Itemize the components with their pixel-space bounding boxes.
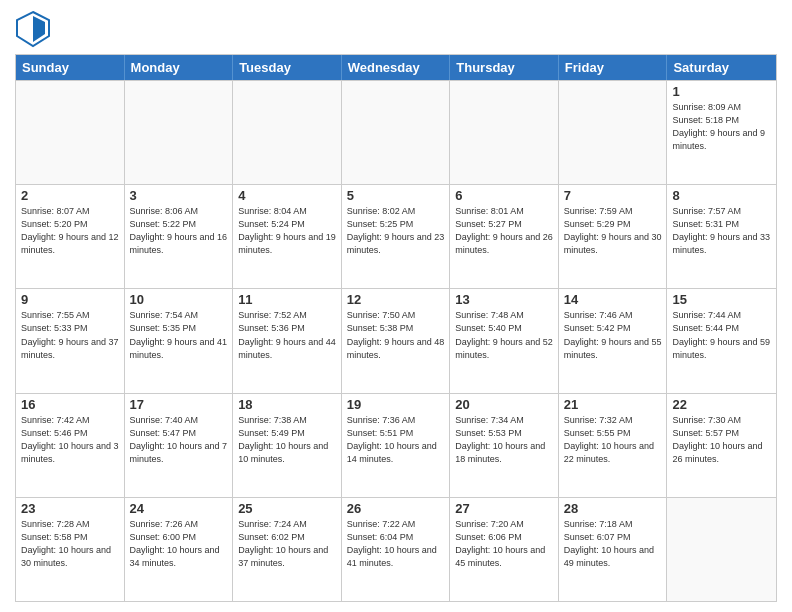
- calendar-cell: 23Sunrise: 7:28 AM Sunset: 5:58 PM Dayli…: [16, 498, 125, 601]
- calendar-week-0: 1Sunrise: 8:09 AM Sunset: 5:18 PM Daylig…: [16, 80, 776, 184]
- day-number: 13: [455, 292, 553, 307]
- calendar-cell: [233, 81, 342, 184]
- cell-info: Sunrise: 7:59 AM Sunset: 5:29 PM Dayligh…: [564, 205, 662, 257]
- calendar-cell: 1Sunrise: 8:09 AM Sunset: 5:18 PM Daylig…: [667, 81, 776, 184]
- calendar-week-4: 23Sunrise: 7:28 AM Sunset: 5:58 PM Dayli…: [16, 497, 776, 601]
- calendar-header-friday: Friday: [559, 55, 668, 80]
- day-number: 26: [347, 501, 445, 516]
- cell-info: Sunrise: 7:57 AM Sunset: 5:31 PM Dayligh…: [672, 205, 771, 257]
- day-number: 10: [130, 292, 228, 307]
- day-number: 28: [564, 501, 662, 516]
- day-number: 22: [672, 397, 771, 412]
- calendar-week-3: 16Sunrise: 7:42 AM Sunset: 5:46 PM Dayli…: [16, 393, 776, 497]
- cell-info: Sunrise: 8:06 AM Sunset: 5:22 PM Dayligh…: [130, 205, 228, 257]
- calendar-body: 1Sunrise: 8:09 AM Sunset: 5:18 PM Daylig…: [16, 80, 776, 601]
- calendar-cell: [125, 81, 234, 184]
- calendar: SundayMondayTuesdayWednesdayThursdayFrid…: [15, 54, 777, 602]
- calendar-cell: 2Sunrise: 8:07 AM Sunset: 5:20 PM Daylig…: [16, 185, 125, 288]
- calendar-cell: 24Sunrise: 7:26 AM Sunset: 6:00 PM Dayli…: [125, 498, 234, 601]
- calendar-cell: 4Sunrise: 8:04 AM Sunset: 5:24 PM Daylig…: [233, 185, 342, 288]
- day-number: 14: [564, 292, 662, 307]
- cell-info: Sunrise: 8:07 AM Sunset: 5:20 PM Dayligh…: [21, 205, 119, 257]
- day-number: 15: [672, 292, 771, 307]
- calendar-cell: 10Sunrise: 7:54 AM Sunset: 5:35 PM Dayli…: [125, 289, 234, 392]
- cell-info: Sunrise: 7:28 AM Sunset: 5:58 PM Dayligh…: [21, 518, 119, 570]
- calendar-header-wednesday: Wednesday: [342, 55, 451, 80]
- day-number: 24: [130, 501, 228, 516]
- cell-info: Sunrise: 7:44 AM Sunset: 5:44 PM Dayligh…: [672, 309, 771, 361]
- cell-info: Sunrise: 7:52 AM Sunset: 5:36 PM Dayligh…: [238, 309, 336, 361]
- day-number: 20: [455, 397, 553, 412]
- cell-info: Sunrise: 7:22 AM Sunset: 6:04 PM Dayligh…: [347, 518, 445, 570]
- logo-icon: [15, 10, 51, 48]
- day-number: 27: [455, 501, 553, 516]
- cell-info: Sunrise: 7:48 AM Sunset: 5:40 PM Dayligh…: [455, 309, 553, 361]
- calendar-cell: 16Sunrise: 7:42 AM Sunset: 5:46 PM Dayli…: [16, 394, 125, 497]
- calendar-cell: [342, 81, 451, 184]
- calendar-header-sunday: Sunday: [16, 55, 125, 80]
- calendar-cell: 25Sunrise: 7:24 AM Sunset: 6:02 PM Dayli…: [233, 498, 342, 601]
- cell-info: Sunrise: 7:24 AM Sunset: 6:02 PM Dayligh…: [238, 518, 336, 570]
- cell-info: Sunrise: 7:55 AM Sunset: 5:33 PM Dayligh…: [21, 309, 119, 361]
- calendar-header: SundayMondayTuesdayWednesdayThursdayFrid…: [16, 55, 776, 80]
- day-number: 2: [21, 188, 119, 203]
- page: SundayMondayTuesdayWednesdayThursdayFrid…: [0, 0, 792, 612]
- cell-info: Sunrise: 7:38 AM Sunset: 5:49 PM Dayligh…: [238, 414, 336, 466]
- svg-marker-1: [33, 16, 45, 42]
- cell-info: Sunrise: 8:09 AM Sunset: 5:18 PM Dayligh…: [672, 101, 771, 153]
- cell-info: Sunrise: 7:40 AM Sunset: 5:47 PM Dayligh…: [130, 414, 228, 466]
- day-number: 9: [21, 292, 119, 307]
- calendar-cell: 3Sunrise: 8:06 AM Sunset: 5:22 PM Daylig…: [125, 185, 234, 288]
- cell-info: Sunrise: 7:32 AM Sunset: 5:55 PM Dayligh…: [564, 414, 662, 466]
- day-number: 8: [672, 188, 771, 203]
- day-number: 17: [130, 397, 228, 412]
- calendar-cell: 27Sunrise: 7:20 AM Sunset: 6:06 PM Dayli…: [450, 498, 559, 601]
- calendar-cell: 17Sunrise: 7:40 AM Sunset: 5:47 PM Dayli…: [125, 394, 234, 497]
- calendar-cell: 26Sunrise: 7:22 AM Sunset: 6:04 PM Dayli…: [342, 498, 451, 601]
- day-number: 21: [564, 397, 662, 412]
- day-number: 7: [564, 188, 662, 203]
- day-number: 4: [238, 188, 336, 203]
- cell-info: Sunrise: 7:50 AM Sunset: 5:38 PM Dayligh…: [347, 309, 445, 361]
- calendar-week-1: 2Sunrise: 8:07 AM Sunset: 5:20 PM Daylig…: [16, 184, 776, 288]
- day-number: 18: [238, 397, 336, 412]
- day-number: 23: [21, 501, 119, 516]
- calendar-cell: 13Sunrise: 7:48 AM Sunset: 5:40 PM Dayli…: [450, 289, 559, 392]
- day-number: 16: [21, 397, 119, 412]
- cell-info: Sunrise: 7:46 AM Sunset: 5:42 PM Dayligh…: [564, 309, 662, 361]
- cell-info: Sunrise: 8:01 AM Sunset: 5:27 PM Dayligh…: [455, 205, 553, 257]
- logo: [15, 10, 55, 48]
- calendar-cell: 5Sunrise: 8:02 AM Sunset: 5:25 PM Daylig…: [342, 185, 451, 288]
- calendar-cell: 22Sunrise: 7:30 AM Sunset: 5:57 PM Dayli…: [667, 394, 776, 497]
- calendar-cell: [559, 81, 668, 184]
- day-number: 3: [130, 188, 228, 203]
- calendar-cell: 14Sunrise: 7:46 AM Sunset: 5:42 PM Dayli…: [559, 289, 668, 392]
- calendar-cell: 15Sunrise: 7:44 AM Sunset: 5:44 PM Dayli…: [667, 289, 776, 392]
- calendar-cell: 9Sunrise: 7:55 AM Sunset: 5:33 PM Daylig…: [16, 289, 125, 392]
- calendar-cell: 18Sunrise: 7:38 AM Sunset: 5:49 PM Dayli…: [233, 394, 342, 497]
- cell-info: Sunrise: 8:02 AM Sunset: 5:25 PM Dayligh…: [347, 205, 445, 257]
- calendar-header-tuesday: Tuesday: [233, 55, 342, 80]
- calendar-cell: 28Sunrise: 7:18 AM Sunset: 6:07 PM Dayli…: [559, 498, 668, 601]
- cell-info: Sunrise: 7:26 AM Sunset: 6:00 PM Dayligh…: [130, 518, 228, 570]
- calendar-cell: 21Sunrise: 7:32 AM Sunset: 5:55 PM Dayli…: [559, 394, 668, 497]
- day-number: 11: [238, 292, 336, 307]
- calendar-cell: 12Sunrise: 7:50 AM Sunset: 5:38 PM Dayli…: [342, 289, 451, 392]
- cell-info: Sunrise: 7:36 AM Sunset: 5:51 PM Dayligh…: [347, 414, 445, 466]
- day-number: 6: [455, 188, 553, 203]
- cell-info: Sunrise: 7:18 AM Sunset: 6:07 PM Dayligh…: [564, 518, 662, 570]
- calendar-cell: 8Sunrise: 7:57 AM Sunset: 5:31 PM Daylig…: [667, 185, 776, 288]
- calendar-cell: 7Sunrise: 7:59 AM Sunset: 5:29 PM Daylig…: [559, 185, 668, 288]
- cell-info: Sunrise: 7:34 AM Sunset: 5:53 PM Dayligh…: [455, 414, 553, 466]
- day-number: 1: [672, 84, 771, 99]
- day-number: 19: [347, 397, 445, 412]
- cell-info: Sunrise: 7:54 AM Sunset: 5:35 PM Dayligh…: [130, 309, 228, 361]
- calendar-header-saturday: Saturday: [667, 55, 776, 80]
- calendar-cell: 19Sunrise: 7:36 AM Sunset: 5:51 PM Dayli…: [342, 394, 451, 497]
- calendar-cell: [450, 81, 559, 184]
- calendar-cell: 6Sunrise: 8:01 AM Sunset: 5:27 PM Daylig…: [450, 185, 559, 288]
- day-number: 12: [347, 292, 445, 307]
- calendar-header-thursday: Thursday: [450, 55, 559, 80]
- day-number: 25: [238, 501, 336, 516]
- calendar-cell: [667, 498, 776, 601]
